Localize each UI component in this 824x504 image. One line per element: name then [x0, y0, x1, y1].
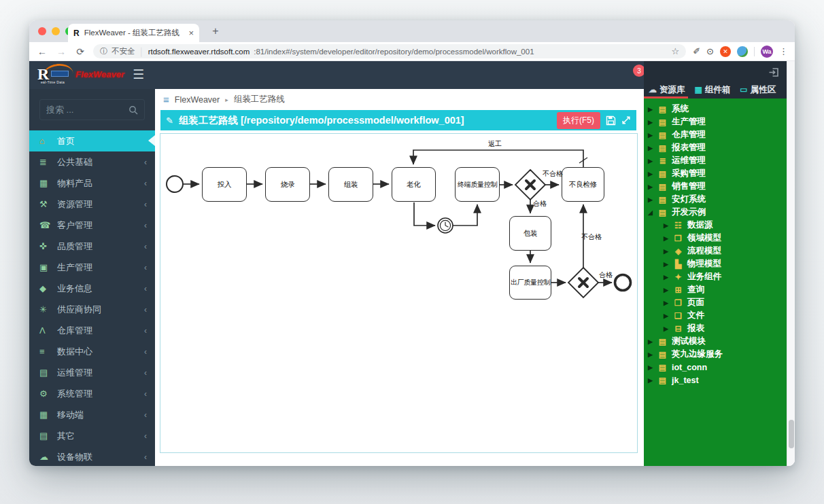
- forward-icon[interactable]: →: [55, 46, 67, 57]
- minimize-window-button[interactable]: [52, 27, 60, 35]
- profile-avatar[interactable]: Wa: [761, 46, 773, 58]
- tree-item-报表[interactable]: ▶ ⊟ 报表: [644, 322, 787, 335]
- close-tab-icon[interactable]: ×: [188, 28, 194, 38]
- task-node[interactable]: 出厂质量控制: [509, 266, 551, 300]
- task-node[interactable]: 烧录: [265, 167, 310, 202]
- sidebar-item-生产管理[interactable]: ▣ 生产管理 ‹: [29, 257, 155, 278]
- tree-item-销售管理[interactable]: ▶ ▤ 销售管理: [644, 180, 787, 193]
- panel-tab-资源库[interactable]: ☁ 资源库: [649, 81, 685, 98]
- sidebar-item-仓库管理[interactable]: Λ 仓库管理 ‹: [29, 320, 155, 341]
- sidebar-item-资源管理[interactable]: ⚒ 资源管理 ‹: [29, 194, 155, 215]
- expand-arrow-icon[interactable]: ▶: [647, 170, 653, 177]
- tree-item-系统[interactable]: ▶ ▤ 系统: [644, 103, 787, 115]
- globe-extension-icon[interactable]: [737, 46, 748, 57]
- expand-arrow-icon[interactable]: ▶: [647, 158, 653, 164]
- browser-tab[interactable]: R FlexWeaver - 组装工艺路线 ×: [68, 24, 199, 42]
- run-button[interactable]: 执行(F5): [557, 112, 600, 129]
- scrollbar-track[interactable]: [787, 61, 795, 466]
- tree-item-流程模型[interactable]: ▶ ◈ 流程模型: [644, 245, 787, 257]
- tree-item-业务组件[interactable]: ▶ ✦ 业务组件: [644, 270, 787, 283]
- back-icon[interactable]: ←: [36, 46, 48, 57]
- sidebar-item-客户管理[interactable]: ☎ 客户管理 ‹: [29, 215, 155, 236]
- expand-arrow-icon[interactable]: ▶: [647, 351, 653, 358]
- pen-extension-icon[interactable]: ✐: [693, 46, 700, 56]
- expand-arrow-icon[interactable]: ▶: [647, 119, 653, 126]
- expand-arrow-icon[interactable]: ▶: [647, 377, 653, 384]
- breadcrumb-app[interactable]: FlexWeaver: [175, 95, 220, 105]
- tree-item-安灯系统[interactable]: ▶ ▤ 安灯系统: [644, 193, 787, 206]
- address-bar[interactable]: ⓘ 不安全 │ rtdsoft.flexweaver.rtdsoft.com :…: [93, 44, 686, 58]
- sidebar-item-业务信息[interactable]: ◆ 业务信息 ‹: [29, 278, 155, 299]
- sidebar-item-首页[interactable]: ⌂ 首页: [29, 130, 155, 151]
- expand-arrow-icon[interactable]: ◢: [647, 209, 653, 216]
- expand-arrow-icon[interactable]: ▶: [647, 132, 653, 139]
- tree-item-仓库管理[interactable]: ▶ ▤ 仓库管理: [644, 128, 787, 141]
- task-node[interactable]: 组装: [328, 167, 373, 202]
- save-icon[interactable]: [606, 115, 616, 126]
- tree-item-测试模块[interactable]: ▶ ▤ 测试模块: [644, 335, 787, 348]
- expand-arrow-icon[interactable]: ▶: [647, 106, 653, 113]
- tree-item-采购管理[interactable]: ▶ ▤ 采购管理: [644, 167, 787, 180]
- tree-item-生产管理[interactable]: ▶ ▤ 生产管理: [644, 115, 787, 128]
- sidebar-item-移动端[interactable]: ▦ 移动端 ‹: [29, 404, 155, 425]
- expand-arrow-icon[interactable]: ▶: [663, 261, 669, 268]
- browser-menu-icon[interactable]: ⋮: [779, 46, 788, 56]
- sidebar-item-其它[interactable]: ▤ 其它 ‹: [29, 425, 155, 446]
- scrollbar-thumb[interactable]: [789, 420, 794, 448]
- expand-arrow-icon[interactable]: ▶: [663, 235, 669, 242]
- sidebar-item-设备物联[interactable]: ☁ 设备物联 ‹: [29, 446, 155, 466]
- tree-item-领域模型[interactable]: ▶ ❒ 领域模型: [644, 232, 787, 245]
- task-node[interactable]: 老化: [392, 167, 436, 202]
- search-input[interactable]: [46, 105, 128, 115]
- tree-item-文件[interactable]: ▶ ❏ 文件: [644, 309, 787, 322]
- expand-arrow-icon[interactable]: ▶: [663, 325, 669, 332]
- tree-item-开发示例[interactable]: ◢ ▤ 开发示例: [644, 206, 787, 219]
- expand-arrow-icon[interactable]: ▶: [647, 183, 653, 190]
- bookmark-star-icon[interactable]: ☆: [672, 46, 680, 56]
- process-canvas[interactable]: 投入 烧录 组装 老化 终端质量控制 不良检修 包装 出厂质量控制 返工 不合格…: [160, 133, 638, 453]
- task-node[interactable]: 投入: [202, 167, 247, 202]
- expand-arrow-icon[interactable]: ▶: [663, 287, 669, 293]
- tree-item-运维管理[interactable]: ▶ ≣ 运维管理: [644, 154, 787, 167]
- expand-arrow-icon[interactable]: ▶: [663, 312, 669, 319]
- tree-item-报表管理[interactable]: ▶ ▤ 报表管理: [644, 141, 787, 154]
- sidebar-item-公共基础[interactable]: ≣ 公共基础 ‹: [29, 151, 155, 173]
- expand-arrow-icon[interactable]: ▶: [647, 145, 653, 151]
- expand-arrow-icon[interactable]: ▶: [663, 248, 669, 255]
- tree-item-数据源[interactable]: ▶ ☷ 数据源: [644, 219, 787, 232]
- panel-tab-组件箱[interactable]: ▦ 组件箱: [695, 81, 731, 98]
- breadcrumb-menu-icon[interactable]: ≡: [163, 94, 169, 105]
- close-window-button[interactable]: [38, 27, 46, 35]
- task-node[interactable]: 包装: [509, 216, 551, 251]
- expand-arrow-icon[interactable]: ▶: [647, 338, 653, 345]
- tree-item-iot_conn[interactable]: ▶ ▤ iot_conn: [644, 361, 787, 374]
- sidebar-item-数据中心[interactable]: ≡ 数据中心 ‹: [29, 341, 155, 362]
- orange-extension-icon[interactable]: ✕: [720, 46, 731, 57]
- circle-extension-icon[interactable]: ⊙: [706, 46, 714, 56]
- sidebar-toggle-icon[interactable]: ☰: [133, 68, 144, 82]
- sidebar-item-品质管理[interactable]: ✜ 品质管理 ‹: [29, 236, 155, 257]
- panel-tab-属性区[interactable]: ▭ 属性区: [740, 81, 776, 98]
- fullscreen-icon[interactable]: [621, 115, 631, 125]
- reload-icon[interactable]: ⟳: [74, 46, 86, 57]
- expand-arrow-icon[interactable]: ▶: [647, 364, 653, 371]
- expand-arrow-icon[interactable]: ▶: [663, 300, 669, 306]
- tree-item-查询[interactable]: ▶ ⊞ 查询: [644, 283, 787, 296]
- sidebar-item-运维管理[interactable]: ▤ 运维管理 ‹: [29, 362, 155, 383]
- tree-item-物理模型[interactable]: ▶ ▙ 物理模型: [644, 257, 787, 270]
- task-node[interactable]: 终端质量控制: [455, 167, 500, 202]
- expand-arrow-icon[interactable]: ▶: [663, 222, 669, 229]
- site-info-icon[interactable]: ⓘ: [100, 46, 107, 56]
- search-icon[interactable]: [128, 105, 138, 115]
- exit-icon[interactable]: [768, 67, 780, 81]
- timer-event[interactable]: [438, 218, 453, 233]
- start-event[interactable]: [167, 176, 183, 192]
- sidebar-item-供应商协同[interactable]: ✳ 供应商协同 ‹: [29, 299, 155, 320]
- sidebar-item-系统管理[interactable]: ⚙ 系统管理 ‹: [29, 383, 155, 404]
- expand-arrow-icon[interactable]: ▶: [663, 274, 669, 281]
- tree-item-jk_test[interactable]: ▶ ▤ jk_test: [644, 374, 787, 386]
- new-tab-button[interactable]: +: [207, 25, 224, 37]
- expand-arrow-icon[interactable]: ▶: [647, 196, 653, 203]
- tree-item-英九边缘服务[interactable]: ▶ ▤ 英九边缘服务: [644, 348, 787, 361]
- sidebar-item-物料产品[interactable]: ▦ 物料产品 ‹: [29, 173, 155, 194]
